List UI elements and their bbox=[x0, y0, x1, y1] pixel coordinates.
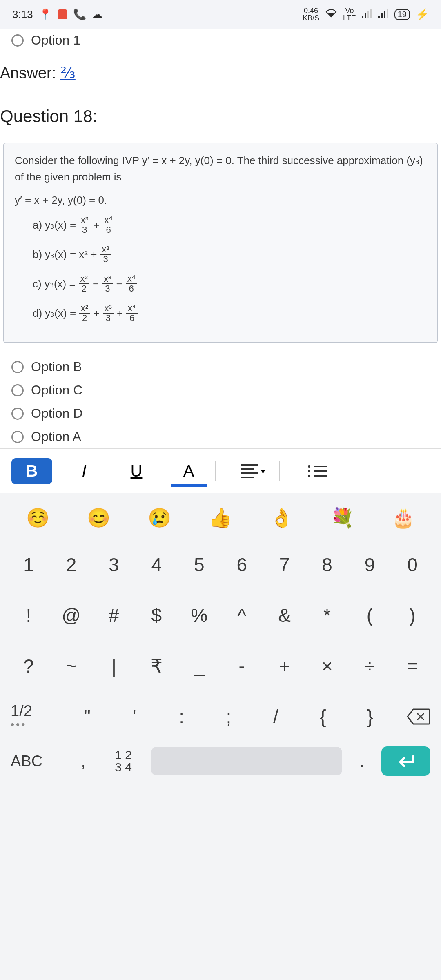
align-left-icon bbox=[241, 464, 258, 478]
key-dollar[interactable]: $ bbox=[138, 597, 174, 634]
radio-label: Option C bbox=[31, 383, 82, 398]
key-3[interactable]: 3 bbox=[96, 546, 132, 583]
radio-option-c[interactable]: Option C bbox=[0, 379, 441, 402]
key-minus[interactable]: - bbox=[224, 648, 260, 684]
key-lparen[interactable]: ( bbox=[352, 597, 388, 634]
key-rbrace[interactable]: } bbox=[352, 698, 388, 735]
emoji-key[interactable]: ☺️ bbox=[20, 499, 56, 536]
radio-option-d[interactable]: Option D bbox=[0, 402, 441, 425]
key-hash[interactable]: # bbox=[96, 597, 132, 634]
signal-icon-2 bbox=[378, 8, 389, 21]
backspace-key[interactable] bbox=[394, 708, 430, 726]
key-rupee[interactable]: ₹ bbox=[138, 648, 174, 684]
emoji-key[interactable]: 🎂 bbox=[385, 499, 421, 536]
key-comma[interactable]: , bbox=[71, 752, 96, 771]
key-rparen[interactable]: ) bbox=[394, 597, 430, 634]
key-6[interactable]: 6 bbox=[224, 546, 260, 583]
answer-line: Answer: ⅔ bbox=[0, 52, 441, 90]
key-0[interactable]: 0 bbox=[394, 546, 430, 583]
key-semicolon[interactable]: ; bbox=[211, 698, 247, 735]
wifi-icon bbox=[325, 8, 337, 21]
enter-key[interactable] bbox=[381, 746, 430, 776]
key-1[interactable]: 1 bbox=[11, 546, 47, 583]
radio-icon bbox=[11, 384, 24, 396]
symbol-row-1: ! @ # $ % ^ & * ( ) bbox=[0, 597, 441, 634]
svg-rect-1 bbox=[365, 13, 366, 18]
emoji-key[interactable]: 😊 bbox=[81, 499, 117, 536]
key-7[interactable]: 7 bbox=[267, 546, 303, 583]
underline-button[interactable]: U bbox=[116, 458, 157, 484]
radio-label: Option D bbox=[31, 406, 82, 421]
emoji-key[interactable]: 😢 bbox=[142, 499, 178, 536]
key-squote[interactable]: ' bbox=[116, 698, 152, 735]
radio-icon bbox=[11, 431, 24, 443]
key-question[interactable]: ? bbox=[11, 648, 47, 684]
radio-icon bbox=[11, 408, 24, 420]
emoji-key[interactable]: 👍 bbox=[203, 499, 238, 536]
editor-toolbar: B I U A ▾ bbox=[0, 448, 441, 493]
svg-rect-3 bbox=[370, 9, 372, 18]
key-percent[interactable]: % bbox=[181, 597, 217, 634]
key-underscore[interactable]: _ bbox=[181, 648, 217, 684]
problem-equation: y′ = x + 2y, y(0) = 0. bbox=[15, 194, 426, 207]
number-row: 1 2 3 4 5 6 7 8 9 0 bbox=[0, 546, 441, 583]
svg-rect-4 bbox=[378, 16, 380, 18]
key-equals[interactable]: = bbox=[394, 648, 430, 684]
letters-toggle[interactable]: ABC bbox=[11, 753, 64, 770]
bottom-row: ABC , 1 23 4 . bbox=[0, 746, 441, 786]
status-bar: 3:13 📍 📞 ☁ 0.46KB/S VoLTE 19 ⚡ bbox=[0, 0, 441, 29]
key-tilde[interactable]: ~ bbox=[53, 648, 89, 684]
chevron-down-icon: ▾ bbox=[261, 466, 265, 476]
emoji-key[interactable]: 👌 bbox=[263, 499, 299, 536]
key-colon[interactable]: : bbox=[164, 698, 200, 735]
answer-link[interactable]: ⅔ bbox=[60, 65, 76, 82]
radio-option-b[interactable]: Option B bbox=[0, 355, 441, 379]
net-speed: 0.46KB/S bbox=[303, 7, 319, 22]
choice-c: c) y₃(x) = x²2 − x³3 − x⁴6 bbox=[33, 274, 426, 293]
charging-icon: ⚡ bbox=[416, 8, 429, 21]
document-view[interactable]: Option 1 Answer: ⅔ Question 18: Consider… bbox=[0, 29, 441, 448]
key-multiply[interactable]: × bbox=[309, 648, 345, 684]
spacebar[interactable] bbox=[151, 747, 342, 775]
bullet-list-button[interactable] bbox=[297, 458, 338, 484]
key-period[interactable]: . bbox=[350, 752, 374, 771]
align-button[interactable]: ▾ bbox=[233, 458, 274, 484]
key-at[interactable]: @ bbox=[53, 597, 89, 634]
radio-option-a[interactable]: Option A bbox=[0, 425, 441, 448]
key-5[interactable]: 5 bbox=[181, 546, 217, 583]
key-8[interactable]: 8 bbox=[309, 546, 345, 583]
key-9[interactable]: 9 bbox=[352, 546, 388, 583]
separator bbox=[215, 461, 216, 481]
key-exclaim[interactable]: ! bbox=[11, 597, 47, 634]
italic-button[interactable]: I bbox=[64, 458, 105, 484]
text-color-button[interactable]: A bbox=[168, 458, 209, 484]
signal-icon-1 bbox=[362, 8, 372, 21]
bold-button[interactable]: B bbox=[11, 458, 52, 484]
soft-keyboard: ☺️ 😊 😢 👍 👌 💐 🎂 1 2 3 4 5 6 7 8 9 0 ! @ #… bbox=[0, 493, 441, 980]
key-divide[interactable]: ÷ bbox=[352, 648, 388, 684]
key-amp[interactable]: & bbox=[267, 597, 303, 634]
problem-statement: Consider the following IVP y′ = x + 2y, … bbox=[15, 152, 426, 185]
key-star[interactable]: * bbox=[309, 597, 345, 634]
symbols-page-toggle[interactable]: 1/2 ••• bbox=[11, 702, 64, 731]
key-plus[interactable]: + bbox=[267, 648, 303, 684]
symbol-row-2: ? ~ | ₹ _ - + × ÷ = bbox=[0, 648, 441, 684]
key-4[interactable]: 4 bbox=[138, 546, 174, 583]
emoji-key[interactable]: 💐 bbox=[324, 499, 360, 536]
separator bbox=[279, 461, 280, 481]
key-caret[interactable]: ^ bbox=[224, 597, 260, 634]
key-lbrace[interactable]: { bbox=[305, 698, 341, 735]
key-slash[interactable]: / bbox=[258, 698, 294, 735]
bullet-list-icon bbox=[308, 465, 327, 477]
choice-d: d) y₃(x) = x²2 + x³3 + x⁴6 bbox=[33, 304, 426, 323]
radio-icon bbox=[11, 361, 24, 373]
numpad-toggle[interactable]: 1 23 4 bbox=[103, 749, 144, 773]
enter-icon bbox=[395, 753, 416, 769]
key-pipe[interactable]: | bbox=[96, 648, 132, 684]
key-dquote[interactable]: " bbox=[69, 698, 105, 735]
key-2[interactable]: 2 bbox=[53, 546, 89, 583]
svg-rect-7 bbox=[387, 9, 388, 18]
cloud-icon: ☁ bbox=[92, 8, 102, 21]
choice-a: a) y₃(x) = x³3 + x⁴6 bbox=[33, 216, 426, 234]
radio-option-1[interactable]: Option 1 bbox=[0, 29, 441, 52]
